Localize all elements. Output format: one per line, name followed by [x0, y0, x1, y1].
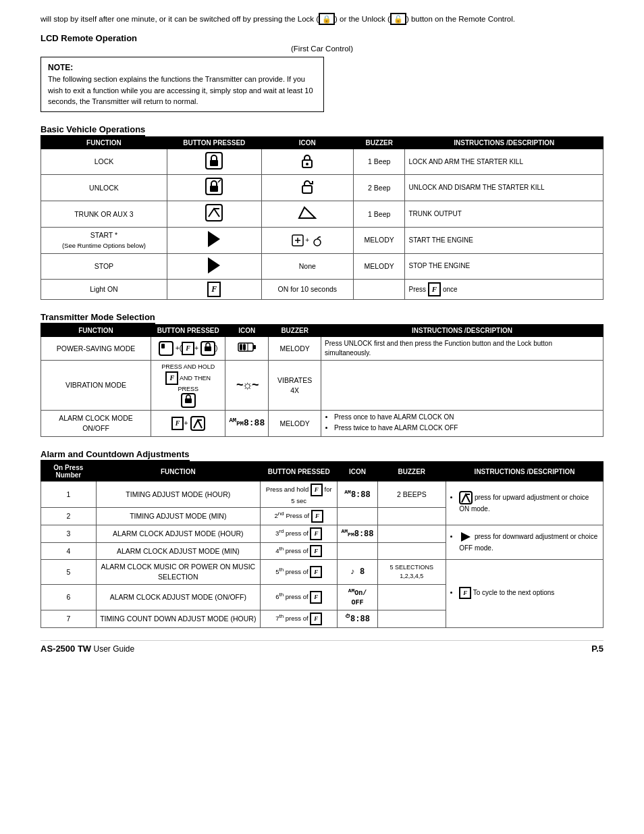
- buzzer-vibration: VIBRATES 4X: [269, 360, 321, 410]
- col-function: FUNCTION: [41, 136, 167, 149]
- tm-col-button: BUTTON PRESSED: [151, 324, 225, 336]
- icon-lock: [261, 149, 353, 175]
- transmitter-mode-section: Transmitter Mode Selection FUNCTION BUTT…: [41, 312, 603, 437]
- btn-unlock: [167, 175, 261, 201]
- instr-alarm-clock: Press once to have ALARM CLOCK ON Press …: [321, 411, 603, 437]
- instr-music-select: F To cycle to the next options: [446, 560, 603, 628]
- press-num-6: 6: [41, 584, 97, 610]
- svg-marker-34: [461, 532, 471, 542]
- svg-rect-1: [210, 160, 218, 166]
- tm-col-buzzer: BUZZER: [269, 324, 321, 336]
- buzzer-light: [353, 280, 405, 300]
- func-lock: LOCK: [41, 149, 167, 175]
- page-content: will stop by itself after one minute, or…: [41, 14, 603, 628]
- svg-rect-26: [240, 344, 242, 350]
- svg-rect-8: [206, 205, 222, 221]
- alarm-countdown-section: Alarm and Countdown Adjustments On Press…: [41, 449, 603, 628]
- instr-power-saving: Press UNLOCK first and then press the Fu…: [321, 336, 603, 360]
- icon-light: ON for 10 seconds: [261, 280, 353, 300]
- func-start: START *(See Runtime Options below): [41, 227, 167, 253]
- svg-rect-29: [185, 398, 192, 403]
- transmitter-title: Transmitter Mode Selection: [41, 312, 155, 324]
- svg-rect-20: [205, 346, 211, 351]
- icon-start: +: [261, 227, 353, 253]
- icon-alarm-clock: AMPM8:88: [225, 411, 269, 437]
- icon-music-select: ♪ 8: [338, 560, 377, 584]
- icon-countdown-hour: ⏱8:88: [338, 610, 377, 628]
- table-row: 3 ALARM CLOCK ADJUST MODE (HOUR) 3rd pre…: [41, 525, 603, 542]
- btn-timing-min: 2nd Press of F: [260, 508, 337, 525]
- table-row: UNLOCK 2 Beep UNLOCK AND DISARM THE STAR…: [41, 175, 603, 201]
- buzzer-trunk: 1 Beep: [353, 201, 405, 228]
- btn-start: [167, 227, 261, 253]
- icon-unlock: [261, 175, 353, 201]
- buzzer-timing-min: [377, 508, 446, 525]
- icon-vibration: ~☼~: [225, 360, 269, 410]
- instr-light: Press F once: [405, 280, 603, 300]
- icon-trunk: [261, 201, 353, 228]
- tm-col-function: FUNCTION: [41, 324, 151, 336]
- btn-countdown-hour: 7th press of F: [260, 610, 337, 628]
- ac-col-instructions: INSTRUCTIONS /DESCRIPTION: [446, 462, 603, 481]
- instr-trunk: TRUNK OUTPUT: [405, 201, 603, 228]
- btn-trunk: [167, 201, 261, 228]
- tm-col-instructions: INSTRUCTIONS /DESCRIPTION: [321, 324, 603, 336]
- ac-col-press: On Press Number: [41, 462, 97, 481]
- lcd-section: LCD Remote Operation (First Car Control)…: [41, 33, 603, 112]
- func-alarm-min: ALARM CLOCK ADJUST MODE (MIN): [96, 542, 260, 560]
- buzzer-alarm-hour: [377, 525, 446, 542]
- func-light: Light ON: [41, 280, 167, 300]
- ac-col-icon: ICON: [338, 462, 377, 481]
- note-text: The following section explains the funct…: [48, 74, 317, 107]
- table-row: 1 TIMING ADJUST MODE (HOUR) Press and ho…: [41, 481, 603, 508]
- table-row: START *(See Runtime Options below) + MEL…: [41, 227, 603, 253]
- svg-marker-10: [299, 207, 315, 218]
- func-power-saving: POWER-SAVING MODE: [41, 336, 151, 360]
- btn-alarm-min: 4th press of F: [260, 542, 337, 560]
- svg-point-3: [306, 163, 308, 165]
- icon-power-saving: [225, 336, 269, 360]
- intro-paragraph: will stop by itself after one minute, or…: [41, 14, 603, 25]
- buzzer-timing-hour: 2 BEEPS: [377, 481, 446, 508]
- col-instructions: INSTRUCTIONS /DESCRIPTION: [405, 136, 603, 149]
- table-row: TRUNK OR AUX 3 1 Beep TRUNK OUTPUT: [41, 201, 603, 228]
- buzzer-alarm-onoff: [377, 584, 446, 610]
- page-footer: AS-2500 TW User Guide P.5: [41, 640, 603, 654]
- func-timing-hour: TIMING ADJUST MODE (HOUR): [96, 481, 260, 508]
- func-trunk: TRUNK OR AUX 3: [41, 201, 167, 228]
- btn-alarm-clock: F+: [151, 411, 225, 437]
- lcd-title: LCD Remote Operation: [41, 33, 603, 43]
- press-num-3: 3: [41, 525, 97, 542]
- btn-power-saving: +(F+ ): [151, 336, 225, 360]
- press-num-1: 1: [41, 481, 97, 508]
- instr-unlock: UNLOCK AND DISARM THE STARTER KILL: [405, 175, 603, 201]
- func-countdown-hour: TIMING COUNT DOWN ADJUST MODE (HOUR): [96, 610, 260, 628]
- transmitter-table: FUNCTION BUTTON PRESSED ICON BUZZER INST…: [41, 324, 603, 437]
- lcd-subtitle: (First Car Control): [41, 45, 603, 53]
- press-num-4: 4: [41, 542, 97, 560]
- func-music-select: ALARM CLOCK MUSIC OR POWER ON MUSIC SELE…: [96, 560, 260, 584]
- svg-rect-18: [161, 344, 165, 348]
- icon-timing-min: [338, 508, 377, 525]
- alarm-countdown-table: On Press Number FUNCTION BUTTON PRESSED …: [41, 461, 603, 628]
- buzzer-power-saving: MELODY: [269, 336, 321, 360]
- basic-ops-title: Basic Vehicle Operations: [41, 124, 145, 136]
- buzzer-alarm-clock: MELODY: [269, 411, 321, 437]
- instr-alarm-hour: press for downward adjustment or choice …: [446, 525, 603, 560]
- instr-lock: LOCK AND ARM THE STARTER KILL: [405, 149, 603, 175]
- note-box: NOTE: The following section explains the…: [41, 57, 324, 112]
- table-row: POWER-SAVING MODE +(F+ ) MELODY Press UN…: [41, 336, 603, 360]
- instr-stop: STOP THE ENGINE: [405, 253, 603, 280]
- table-row: Light ON F ON for 10 seconds Press F onc…: [41, 280, 603, 300]
- ac-col-buzzer: BUZZER: [377, 462, 446, 481]
- icon-alarm-min: [338, 542, 377, 560]
- svg-rect-17: [159, 342, 173, 355]
- icon-none: None: [261, 253, 353, 280]
- func-alarm-clock: ALARM CLOCK MODE ON/OFF: [41, 411, 151, 437]
- col-buzzer: BUZZER: [353, 136, 405, 149]
- buzzer-alarm-min: [377, 542, 446, 560]
- basic-ops-section: Basic Vehicle Operations FUNCTION BUTTON…: [41, 124, 603, 300]
- svg-rect-22: [253, 345, 256, 349]
- table-row: VIBRATION MODE PRESS AND HOLD F AND THEN…: [41, 360, 603, 410]
- press-num-5: 5: [41, 560, 97, 584]
